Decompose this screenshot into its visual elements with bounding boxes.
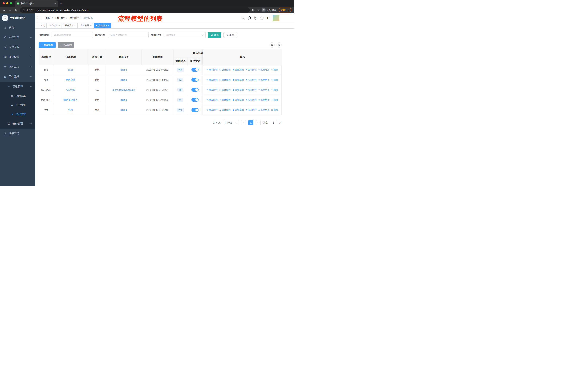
action-design[interactable]: ◎设计流程: [219, 78, 230, 81]
active-toggle[interactable]: [191, 78, 199, 81]
action-design[interactable]: ◎设计流程: [219, 108, 230, 111]
prev-page-button[interactable]: ‹: [241, 120, 246, 125]
back-button[interactable]: ←: [2, 8, 6, 12]
sidebar-item-process-form[interactable]: ▤ 流程表单: [0, 91, 35, 101]
process-name-link[interactable]: OA 请假: [66, 88, 75, 91]
tag-close-icon[interactable]: ×: [74, 25, 76, 27]
action-publish[interactable]: ✈发布流程: [245, 88, 257, 91]
action-publish[interactable]: ✈发布流程: [245, 68, 257, 71]
action-design[interactable]: ◎设计流程: [219, 88, 230, 91]
page-size-select[interactable]: 10条/页: [223, 120, 239, 125]
action-delete[interactable]: ✕删除: [271, 78, 278, 81]
sidebar-item-payment[interactable]: ¥ 支付管理: [0, 42, 35, 52]
version-badge[interactable]: v5: [177, 88, 183, 92]
action-edit[interactable]: ✎修改流程: [206, 78, 217, 81]
form-info-link[interactable]: biubiu: [120, 99, 127, 101]
breadcrumb-home[interactable]: 首页: [45, 16, 51, 20]
breadcrumb-workflow[interactable]: 工作流程: [54, 16, 65, 20]
next-page-button[interactable]: ›: [256, 120, 261, 125]
active-toggle[interactable]: [191, 108, 199, 112]
action-design[interactable]: ◎设计流程: [219, 98, 230, 101]
sidebar-item-process-management[interactable]: ≣ 流程管理: [0, 81, 35, 91]
action-assign-rule[interactable]: ♟分配规则: [232, 68, 244, 71]
action-assign-rule[interactable]: ♟分配规则: [232, 98, 244, 101]
active-toggle[interactable]: [191, 68, 199, 71]
process-category-select[interactable]: 流程分类: [164, 32, 206, 38]
sidebar-item-user-group[interactable]: ☻ 用户分组: [0, 101, 35, 110]
window-maximize-button[interactable]: [10, 2, 12, 4]
action-definition[interactable]: ∞流程定义: [258, 78, 269, 81]
action-assign-rule[interactable]: ♟分配规则: [232, 78, 244, 81]
new-tab-button[interactable]: +: [60, 1, 62, 5]
action-publish[interactable]: ✈发布流程: [245, 98, 257, 101]
window-close-button[interactable]: [2, 2, 5, 4]
action-edit[interactable]: ✎修改流程: [206, 108, 217, 111]
process-name-input[interactable]: [108, 32, 148, 38]
tag-my-process[interactable]: 我的流程 ×: [63, 23, 78, 28]
browser-menu-icon[interactable]: ⋮: [287, 9, 289, 11]
reload-button[interactable]: ↻: [14, 8, 18, 12]
sidebar-item-infrastructure[interactable]: ▣ 基础设施: [0, 52, 35, 62]
search-icon[interactable]: [242, 17, 245, 20]
action-delete[interactable]: ✕删除: [271, 88, 278, 91]
action-definition[interactable]: ∞流程定义: [258, 68, 269, 71]
active-toggle[interactable]: [191, 98, 199, 102]
action-assign-rule[interactable]: ♟分配规则: [232, 88, 244, 91]
sidebar-item-workflow[interactable]: ⊞ 工作流程: [0, 72, 35, 81]
window-minimize-button[interactable]: [6, 2, 8, 4]
password-key-icon[interactable]: [252, 9, 255, 11]
form-info-link[interactable]: biubiu: [120, 109, 127, 111]
process-name-link[interactable]: 自己审批: [66, 78, 75, 81]
form-info-link[interactable]: /bpm/oa/leave/create: [113, 89, 135, 91]
sidebar-item-process-model[interactable]: ✈ 流程模型: [0, 110, 35, 119]
action-assign-rule[interactable]: ♟分配规则: [232, 108, 244, 111]
forward-button[interactable]: →: [8, 8, 12, 12]
action-delete[interactable]: ✕删除: [271, 108, 278, 111]
tag-close-icon[interactable]: ×: [108, 25, 109, 27]
action-publish[interactable]: ✈发布流程: [245, 108, 257, 111]
action-publish[interactable]: ✈发布流程: [245, 78, 257, 81]
tag-tenant-management[interactable]: 租户管理 ×: [48, 23, 62, 28]
github-icon[interactable]: [248, 16, 251, 20]
user-avatar[interactable]: [273, 15, 279, 21]
fullscreen-icon[interactable]: [261, 17, 263, 20]
action-definition[interactable]: ∞流程定义: [258, 108, 269, 111]
version-badge[interactable]: v2: [177, 78, 183, 82]
process-id-input[interactable]: [52, 32, 93, 38]
refresh-button[interactable]: ↻: [276, 42, 282, 48]
sidebar-item-leave-query[interactable]: ♙ 请假查询: [0, 129, 35, 138]
import-process-button[interactable]: ↑ 导入流程: [58, 42, 74, 48]
breadcrumb-process-management[interactable]: 流程管理: [69, 16, 79, 20]
bookmark-star-icon[interactable]: ☆: [257, 8, 259, 12]
action-design[interactable]: ◎设计流程: [219, 68, 230, 71]
current-page-button[interactable]: 1: [248, 120, 253, 125]
search-button[interactable]: 搜索: [208, 32, 221, 38]
tab-close-icon[interactable]: ×: [55, 2, 56, 5]
action-delete[interactable]: ✕删除: [271, 98, 278, 101]
action-definition[interactable]: ∞流程定义: [258, 88, 269, 91]
action-edit[interactable]: ✎修改流程: [206, 88, 217, 91]
sidebar-item-task-management[interactable]: ☑ 任务管理: [0, 119, 35, 129]
process-name-link[interactable]: eeee: [68, 69, 73, 71]
version-badge[interactable]: v17: [177, 68, 184, 72]
browser-update-button[interactable]: 更新 ⋮: [279, 8, 292, 12]
url-bar[interactable]: ⚠ 不安全 | dashboard.yudao.iocoder.cn/bpm/m…: [20, 8, 250, 13]
font-size-icon[interactable]: TT: [267, 16, 270, 20]
version-badge[interactable]: v4: [177, 98, 183, 102]
tag-home[interactable]: 首页: [39, 23, 47, 28]
action-edit[interactable]: ✎修改流程: [206, 68, 217, 71]
tag-process-model[interactable]: 流程模型 ×: [94, 23, 111, 28]
reset-button[interactable]: ↻ 重置: [223, 32, 237, 38]
action-definition[interactable]: ∞流程定义: [258, 98, 269, 101]
sidebar-item-home[interactable]: ⌂ 首页: [0, 23, 35, 32]
tag-close-icon[interactable]: ×: [59, 25, 60, 27]
tag-close-icon[interactable]: ×: [90, 25, 91, 27]
sidebar-item-system[interactable]: ⚙ 系统管理: [0, 32, 35, 42]
create-process-button[interactable]: + 新建流程: [39, 42, 56, 48]
process-name-link[interactable]: 测试多审批人: [63, 98, 78, 101]
action-delete[interactable]: ✕删除: [271, 68, 278, 71]
process-name-link[interactable]: 滔博: [68, 108, 73, 112]
sidebar-toggle-icon[interactable]: [38, 17, 41, 19]
browser-tab[interactable]: 芋道管理系统 ×: [15, 0, 58, 7]
version-badge[interactable]: v21: [177, 108, 184, 112]
